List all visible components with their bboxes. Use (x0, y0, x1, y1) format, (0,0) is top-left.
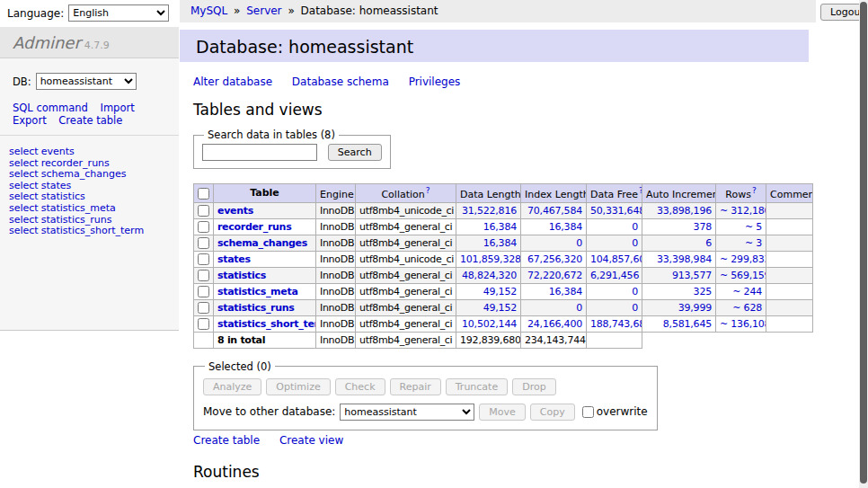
check-button[interactable]: Check (335, 378, 385, 395)
export-link[interactable]: Export (13, 114, 47, 127)
table-link-statistics_runs[interactable]: statistics_runs (41, 214, 112, 226)
sort-link-comment[interactable]: Comment (770, 189, 813, 200)
sidebar-create-table-link[interactable]: Create table (58, 114, 122, 127)
sort-link-auto-increment[interactable]: Auto Increment (646, 189, 716, 200)
sql-command-link[interactable]: SQL command (13, 102, 88, 114)
row-checkbox-statistics_short_term[interactable] (198, 318, 209, 330)
scrollbar-thumb[interactable] (860, 2, 867, 484)
cell-data_length-statistics_runs[interactable]: 49,152 (483, 302, 517, 314)
table-link-statistics[interactable]: statistics (41, 191, 85, 202)
search-input[interactable] (202, 144, 317, 161)
cell-auto_increment-statistics_short_term[interactable]: 8,581,645 (663, 318, 712, 330)
row-checkbox-states[interactable] (198, 253, 209, 265)
row-checkbox-statistics[interactable] (198, 270, 209, 281)
help-link-rows[interactable]: ? (752, 186, 757, 195)
select-link-statistics[interactable]: select (9, 191, 39, 202)
create-view-link[interactable]: Create view (279, 434, 343, 447)
cell-rows-statistics_short_term[interactable]: ~ 136,108 (720, 318, 766, 330)
cell-rows-states[interactable]: ~ 299,833 (720, 253, 766, 265)
table-link-states[interactable]: states (41, 180, 72, 191)
select-link-statistics_runs[interactable]: select (9, 214, 39, 226)
table-link-statistics_short_term[interactable]: statistics_short_term (41, 225, 144, 236)
table-name-link-recorder_runs[interactable]: recorder_runs (217, 221, 291, 233)
cell-index_length-statistics_runs[interactable]: 0 (576, 302, 582, 314)
sort-link-rows[interactable]: Rows (725, 189, 751, 200)
cell-data_free-events[interactable]: 50,331,648 (590, 205, 642, 217)
cell-data_free-recorder_runs[interactable]: 0 (632, 221, 638, 233)
sort-link-index-length[interactable]: Index Length (525, 189, 587, 200)
cell-auto_increment-events[interactable]: 33,898,196 (657, 205, 712, 217)
cell-index_length-statistics_meta[interactable]: 16,384 (549, 286, 582, 297)
table-link-statistics_meta[interactable]: statistics_meta (41, 202, 116, 214)
cell-rows-schema_changes[interactable]: ~ 3 (745, 237, 762, 249)
cell-auto_increment-states[interactable]: 33,398,984 (657, 253, 712, 265)
sort-link-engine[interactable]: Engine (320, 189, 354, 200)
select-link-statistics_meta[interactable]: select (9, 202, 39, 214)
optimize-button[interactable]: Optimize (266, 378, 330, 395)
analyze-button[interactable]: Analyze (203, 378, 261, 395)
select-link-schema_changes[interactable]: select (9, 168, 39, 180)
alter-database-link[interactable]: Alter database (193, 75, 272, 88)
breadcrumb-link-server[interactable]: Server (246, 4, 281, 17)
table-name-link-events[interactable]: events (217, 205, 253, 217)
select-all-checkbox[interactable] (198, 188, 209, 200)
sort-link-data-length[interactable]: Data Length (460, 189, 521, 200)
select-link-recorder_runs[interactable]: select (9, 157, 39, 169)
sort-link-table[interactable]: Table (250, 187, 279, 199)
select-link-states[interactable]: select (9, 180, 39, 191)
select-link-statistics_short_term[interactable]: select (9, 225, 39, 236)
cell-data_length-statistics_meta[interactable]: 49,152 (483, 286, 517, 297)
cell-rows-recorder_runs[interactable]: ~ 5 (745, 221, 762, 233)
search-button[interactable]: Search (328, 144, 382, 161)
table-link-events[interactable]: events (41, 146, 75, 157)
table-name-link-schema_changes[interactable]: schema_changes (217, 237, 307, 249)
table-link-recorder_runs[interactable]: recorder_runs (41, 157, 110, 169)
scrollbar[interactable] (859, 0, 868, 488)
sort-link-data-free[interactable]: Data Free (590, 189, 638, 200)
move-db-select[interactable]: homeassistant (340, 404, 474, 421)
sort-link-collation[interactable]: Collation (381, 189, 424, 200)
cell-auto_increment-statistics[interactable]: 913,577 (672, 270, 712, 281)
help-link-collation[interactable]: ? (426, 186, 430, 195)
row-checkbox-schema_changes[interactable] (198, 237, 209, 249)
privileges-link[interactable]: Privileges (409, 75, 461, 88)
db-select[interactable]: homeassistant (36, 73, 137, 90)
select-link-events[interactable]: select (9, 146, 39, 157)
cell-data_free-states[interactable]: 104,857,600 (590, 253, 642, 265)
row-checkbox-statistics_runs[interactable] (198, 302, 209, 314)
cell-auto_increment-schema_changes[interactable]: 6 (705, 237, 712, 249)
cell-rows-statistics[interactable]: ~ 569,159 (720, 270, 766, 281)
cell-index_length-recorder_runs[interactable]: 16,384 (549, 221, 582, 233)
table-name-link-statistics_short_term[interactable]: statistics_short_term (217, 318, 316, 330)
cell-data_length-states[interactable]: 101,859,328 (460, 253, 521, 265)
import-link[interactable]: Import (100, 102, 134, 114)
cell-rows-statistics_runs[interactable]: ~ 628 (732, 302, 762, 314)
cell-data_length-schema_changes[interactable]: 16,384 (483, 237, 517, 249)
create-table-link[interactable]: Create table (193, 434, 260, 447)
cell-index_length-states[interactable]: 67,256,320 (527, 253, 582, 265)
cell-auto_increment-statistics_runs[interactable]: 39,999 (678, 302, 712, 314)
help-link-data-free[interactable]: ? (639, 186, 642, 195)
cell-data_length-events[interactable]: 31,522,816 (462, 205, 517, 217)
move-button[interactable]: Move (479, 404, 526, 421)
table-name-link-states[interactable]: states (217, 253, 251, 265)
adminer-logo[interactable]: Adminer (13, 33, 81, 52)
drop-button[interactable]: Drop (512, 378, 555, 395)
overwrite-checkbox[interactable] (582, 406, 594, 418)
database-schema-link[interactable]: Database schema (292, 75, 389, 88)
truncate-button[interactable]: Truncate (446, 378, 508, 395)
cell-data_free-statistics_short_term[interactable]: 188,743,680 (590, 318, 642, 330)
cell-index_length-events[interactable]: 70,467,584 (527, 205, 582, 217)
cell-data_free-statistics_runs[interactable]: 0 (632, 302, 638, 314)
language-select[interactable]: English (68, 4, 169, 22)
row-checkbox-recorder_runs[interactable] (198, 221, 209, 233)
cell-data_free-statistics_meta[interactable]: 0 (632, 286, 638, 297)
cell-data_length-statistics_short_term[interactable]: 10,502,144 (462, 318, 517, 330)
cell-data_free-statistics[interactable]: 6,291,456 (590, 270, 639, 281)
row-checkbox-events[interactable] (198, 205, 209, 217)
cell-index_length-schema_changes[interactable]: 0 (576, 237, 582, 249)
cell-data_length-statistics[interactable]: 48,824,320 (462, 270, 517, 281)
cell-data_length-recorder_runs[interactable]: 16,384 (483, 221, 517, 233)
row-checkbox-statistics_meta[interactable] (198, 286, 209, 297)
repair-button[interactable]: Repair (390, 378, 441, 395)
